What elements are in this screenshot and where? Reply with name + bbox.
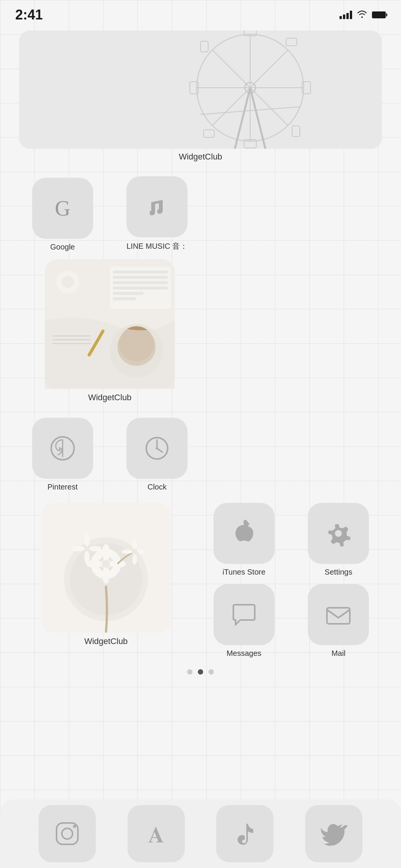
svg-rect-32 [53,339,91,340]
pinterest-label: Pinterest [47,483,78,491]
google-app: G Google [19,178,106,251]
desk-widget-wrap: WidgetClub [19,259,200,414]
flower-widget[interactable] [19,503,193,633]
svg-point-57 [84,551,90,563]
settings-label: Settings [325,568,352,577]
ferris-widget-label-wrap: WidgetClub [19,152,382,173]
google-icon[interactable]: G [32,178,93,239]
ferris-wheel-widget[interactable] [19,31,382,149]
page-dot-2[interactable] [198,669,203,675]
svg-rect-68 [327,608,350,624]
page-dots [19,669,382,675]
svg-point-60 [132,549,138,555]
itunes-label: iTunes Store [222,568,265,577]
messages-app: Messages [200,584,288,658]
page-dot-1[interactable] [187,669,192,675]
settings-icon[interactable] [308,503,369,564]
mail-label: Mail [331,649,346,658]
signal-icon [340,11,352,19]
svg-point-41 [156,447,158,449]
wifi-icon [357,10,367,20]
dock: 𝐀 [0,799,401,868]
svg-point-67 [335,530,342,537]
svg-point-56 [84,534,90,546]
svg-point-63 [122,549,133,554]
svg-rect-27 [113,287,168,290]
page-dot-3[interactable] [209,669,214,675]
battery-icon [372,11,386,18]
svg-rect-24 [113,271,168,274]
flower-widget-wrap: WidgetClub [19,503,193,658]
svg-rect-25 [113,276,168,279]
home-screen: WidgetClub G Google [0,27,401,675]
right-col-2: Settings Mail [295,503,382,658]
svg-point-62 [133,554,137,565]
itunes-app: iTunes Store [200,503,288,577]
mail-app: Mail [295,584,382,658]
status-icons [340,10,386,20]
pinterest-icon[interactable] [32,418,93,479]
widget-row-1: WidgetClub [19,31,382,173]
line-music-label: LINE MUSIC 音： [126,241,188,251]
instagram-dock-icon[interactable] [39,805,96,862]
flower-widget-label: WidgetClub [84,636,128,646]
itunes-icon[interactable] [213,503,275,564]
right-col-1: iTunes Store Messages [200,503,288,658]
svg-rect-33 [53,343,91,344]
desk-widget-label: WidgetClub [88,393,132,403]
app-row-2b: Pinterest Clock [19,418,382,499]
status-time: 2:41 [15,7,43,23]
google-label: Google [50,243,75,251]
svg-point-54 [102,560,110,568]
tiktok-dock-icon[interactable] [216,805,273,862]
app-row-3: WidgetClub iTunes Store [19,503,382,658]
clock-label: Clock [147,483,167,491]
svg-rect-26 [113,281,168,284]
messages-label: Messages [226,649,261,658]
svg-rect-28 [113,292,144,295]
clock-app: Clock [114,418,201,491]
app-row-2: G Google LINE MUSIC 音： [19,176,382,414]
ferris-widget-label: WidgetClub [179,152,222,162]
clock-icon[interactable] [126,418,188,479]
svg-point-58 [73,546,85,551]
desk-widget[interactable] [19,259,200,389]
svg-point-70 [62,828,73,839]
settings-app: Settings [295,503,382,577]
mail-icon[interactable] [308,584,369,645]
svg-point-71 [73,825,76,828]
svg-text:G: G [55,196,70,220]
twitter-dock-icon[interactable] [305,805,362,862]
line-music-app: LINE MUSIC 音： [114,176,201,251]
svg-text:𝐀: 𝐀 [148,823,164,847]
svg-point-59 [89,546,102,551]
svg-rect-29 [113,297,136,300]
svg-rect-31 [53,335,91,337]
svg-point-35 [62,276,74,288]
messages-icon[interactable] [213,584,275,645]
appstore-dock-icon[interactable]: 𝐀 [128,805,185,862]
status-bar: 2:41 [0,0,401,27]
pinterest-app: Pinterest [19,418,106,491]
svg-point-61 [133,539,137,549]
line-music-icon[interactable] [126,176,188,237]
